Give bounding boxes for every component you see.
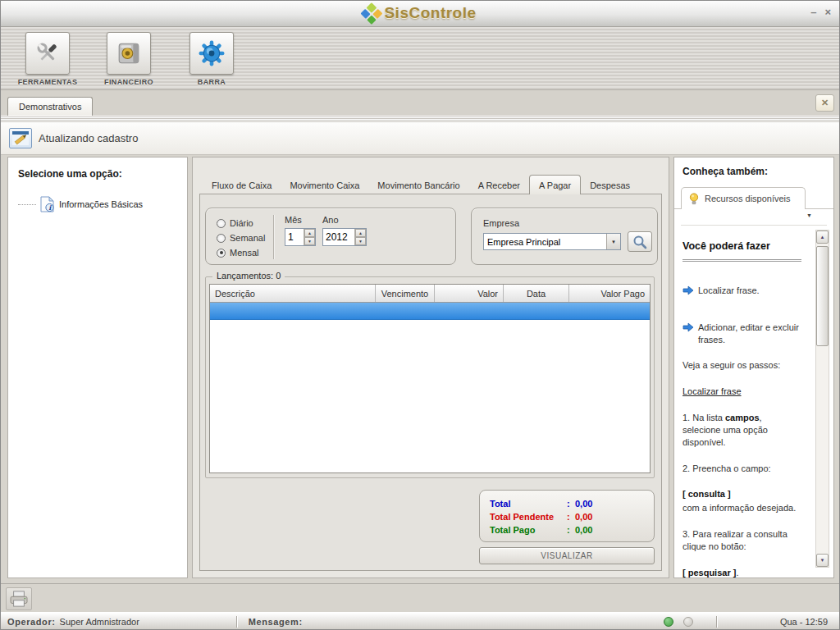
radio-semanal[interactable]: Semanal (217, 231, 265, 245)
app-logo: SisControle (363, 4, 476, 22)
status-bar: Operador: Super Admnistrador Mensagem: Q… (1, 612, 839, 630)
bottom-strip (1, 583, 839, 612)
printer-icon (9, 591, 29, 607)
sidebar-item-label: Informações Básicas (59, 199, 143, 209)
table-header: Descrição Vencimento Valor Data Valor Pa… (210, 285, 650, 303)
total-label: Total (490, 499, 567, 509)
tab-a-pagar[interactable]: A Pagar (529, 175, 581, 194)
radio-icon (217, 219, 226, 228)
operador-value: Super Admnistrador (60, 617, 139, 627)
ano-input[interactable] (323, 229, 354, 245)
totals-box: Total : 0,00 Total Pendente : 0,00 Total… (479, 490, 655, 542)
empresa-input[interactable] (484, 234, 606, 249)
tab-recursos-disponiveis[interactable]: Recursos disponíveis (681, 187, 806, 209)
empresa-search-button[interactable] (628, 231, 652, 252)
sidebar-title: Selecione uma opção: (18, 168, 177, 180)
tab-a-receber[interactable]: A Receber (469, 177, 529, 194)
visualizar-button[interactable]: VISUALIZAR (479, 547, 655, 564)
print-button[interactable] (6, 587, 32, 610)
workspace-tabstrip: Demonstrativos ✕ (1, 90, 839, 116)
statusbar-clock: Qua - 12:59 (780, 617, 828, 627)
period-groupbox: Diário Semanal Mensal Mês (205, 208, 456, 265)
radio-mensal[interactable]: Mensal (217, 245, 265, 260)
scrollbar-thumb[interactable] (816, 246, 829, 346)
toolbar-label-barra: BARRA (167, 78, 257, 86)
page-title: Atualizando cadastro (39, 122, 138, 155)
total-pago-value: 0,00 (575, 525, 654, 535)
mes-input[interactable] (285, 229, 304, 245)
lancamentos-table: Descrição Vencimento Valor Data Valor Pa… (209, 284, 651, 473)
help-bullet-1: Localizar frase. (682, 285, 801, 297)
help-link-localizar-frase[interactable]: Localizar frase (682, 386, 742, 398)
toolbar-button-barra[interactable]: BARRA (167, 32, 257, 86)
tab-fluxo-de-caixa[interactable]: Fluxo de Caixa (203, 177, 281, 194)
operador-label: Operador: (7, 617, 56, 627)
toolbar-label-financeiro: FINANCEIRO (84, 78, 174, 86)
toolbar-label-ferramentas: FERRAMENTAS (2, 78, 93, 86)
statusbar-separator (236, 616, 237, 628)
pencil-icon (12, 131, 29, 145)
edit-button[interactable] (9, 128, 32, 148)
help-bullet-1-text: Localizar frase. (698, 285, 760, 297)
lancamentos-groupbox: Lançamentos: 0 Descrição Vencimento Valo… (205, 276, 655, 478)
total-pendente-value: 0,00 (575, 512, 654, 522)
close-icon[interactable]: × (824, 7, 831, 18)
help-steps-intro: Veja a seguir os passos: (682, 359, 801, 372)
minimize-icon[interactable]: – (810, 7, 816, 18)
total-pago-sep: : (567, 525, 575, 535)
total-pendente-label: Total Pendente (490, 512, 567, 522)
main-toolbar: FERRAMENTAS FINANCEIRO (1, 27, 839, 90)
scroll-down-icon[interactable]: ▼ (816, 554, 829, 567)
help-bullet-2: Adicionar, editar e excluir frases. (682, 322, 801, 346)
col-descricao[interactable]: Descrição (210, 285, 376, 302)
safe-icon (116, 41, 141, 66)
help-step-1: 1. Na lista campos, selecione uma opção … (682, 412, 801, 449)
header-band: Atualizando cadastro (1, 122, 839, 155)
sidebar-item-informacoes-basicas[interactable]: i Informações Básicas (18, 196, 187, 212)
mensagem-label: Mensagem: (249, 617, 303, 627)
tab-movimento-caixa[interactable]: Movimento Caixa (281, 177, 368, 194)
help-field-consulta: [ consulta ] (682, 488, 801, 500)
combo-arrow-icon[interactable]: ▼ (606, 234, 620, 249)
toolbar-button-financeiro[interactable]: FINANCEIRO (84, 32, 174, 86)
statusbar-separator (716, 616, 717, 628)
help-field-pesquisar: [ pesquisar ]. (682, 567, 801, 579)
empresa-groupbox: Empresa ▼ (471, 208, 658, 265)
total-pago-row: Total Pago : 0,00 (490, 523, 654, 536)
tab-despesas[interactable]: Despesas (581, 177, 639, 194)
col-vencimento[interactable]: Vencimento (376, 285, 435, 302)
col-valor-pago[interactable]: Valor Pago (569, 285, 650, 302)
tab-movimento-bancario[interactable]: Movimento Bancário (368, 177, 468, 194)
mes-spin-down-icon[interactable]: ▼ (304, 237, 315, 245)
status-dot-gray (683, 617, 693, 627)
help-scrollbar[interactable]: ▲ ▼ (815, 230, 829, 568)
radio-diario-label: Diário (230, 218, 253, 228)
report-content: Diário Semanal Mensal Mês (199, 194, 662, 571)
col-data[interactable]: Data (504, 285, 569, 302)
arrow-bullet-icon (682, 285, 694, 295)
selected-table-row[interactable] (210, 303, 650, 320)
total-row: Total : 0,00 (490, 497, 654, 510)
tab-demonstrativos[interactable]: Demonstrativos (7, 97, 93, 116)
toolbar-button-ferramentas[interactable]: FERRAMENTAS (2, 32, 93, 86)
mes-spin-up-icon[interactable]: ▲ (304, 229, 315, 237)
search-icon (632, 235, 647, 249)
gear-icon (199, 40, 225, 66)
report-tabs: Fluxo de Caixa Movimento Caixa Movimento… (203, 174, 639, 194)
mes-label: Mês (285, 215, 316, 225)
empresa-combobox[interactable]: ▼ (483, 233, 621, 250)
bulb-icon (689, 193, 699, 205)
help-toolrow: ▼ (681, 209, 827, 226)
col-valor[interactable]: Valor (435, 285, 504, 302)
ano-spin-down-icon[interactable]: ▼ (355, 237, 366, 245)
scroll-up-icon[interactable]: ▲ (816, 231, 829, 244)
dropdown-arrow-icon[interactable]: ▼ (806, 212, 812, 218)
help-field-consulta-desc: com a informação desejada. (682, 502, 801, 514)
radio-mensal-label: Mensal (230, 248, 258, 258)
tools-icon (34, 40, 61, 66)
ano-spin-up-icon[interactable]: ▲ (355, 229, 366, 237)
status-dot-green (664, 617, 673, 627)
divider-grooves (1, 116, 839, 122)
radio-diario[interactable]: Diário (217, 216, 265, 231)
tabstrip-close-icon[interactable]: ✕ (815, 94, 834, 112)
